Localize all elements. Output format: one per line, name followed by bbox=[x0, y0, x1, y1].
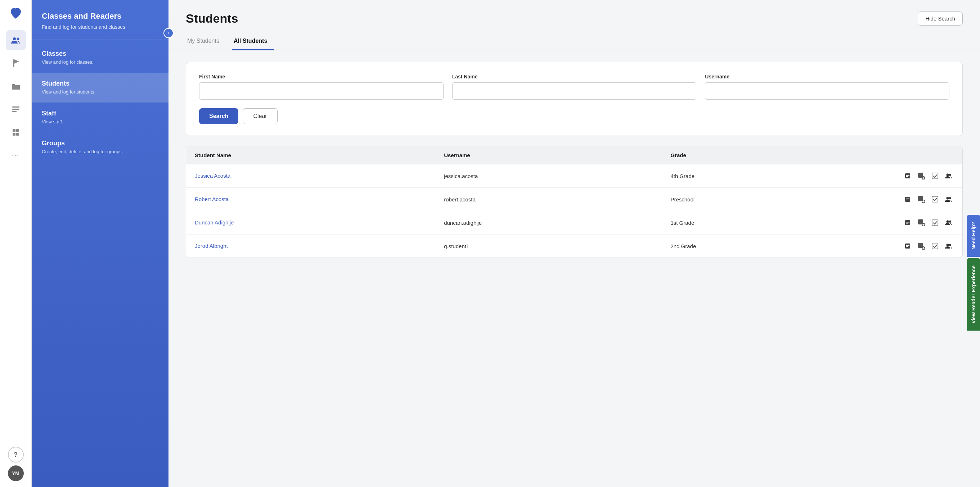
sidebar-title: Classes and Readers bbox=[42, 11, 158, 21]
sidebar-item-students-label: Students bbox=[42, 80, 158, 87]
svg-rect-5 bbox=[12, 111, 17, 112]
first-name-label: First Name bbox=[199, 74, 444, 79]
svg-point-49 bbox=[949, 244, 951, 246]
student-name-jerod: Jerod Albright bbox=[195, 243, 444, 249]
search-button[interactable]: Search bbox=[199, 108, 238, 124]
nav-icon-list[interactable] bbox=[6, 99, 26, 119]
user-avatar[interactable]: YM bbox=[8, 465, 24, 481]
nav-icon-folder[interactable] bbox=[6, 76, 26, 97]
student-link-jerod[interactable]: Jerod Albright bbox=[195, 243, 228, 249]
add-log-icon-jerod[interactable] bbox=[916, 241, 926, 251]
nav-icon-students[interactable] bbox=[6, 30, 26, 50]
log-icon-robert[interactable] bbox=[903, 194, 913, 204]
sidebar-item-classes-desc: View and log for classes. bbox=[42, 59, 158, 65]
student-actions-jerod bbox=[840, 241, 954, 251]
svg-point-18 bbox=[947, 174, 949, 176]
svg-rect-8 bbox=[13, 133, 16, 136]
sidebar-item-groups[interactable]: Groups Create, edit, delete, and log for… bbox=[32, 132, 169, 162]
page-title: Students bbox=[186, 11, 238, 25]
last-name-input[interactable] bbox=[452, 82, 697, 100]
sidebar: Classes and Readers Find and log for stu… bbox=[32, 0, 169, 487]
users-icon-jerod[interactable] bbox=[943, 241, 954, 251]
students-table: Student Name Username Grade Jessica Acos… bbox=[186, 146, 963, 258]
svg-rect-4 bbox=[12, 109, 19, 110]
sidebar-item-staff[interactable]: Staff View staff. bbox=[32, 103, 169, 132]
add-log-icon-duncan[interactable] bbox=[916, 217, 926, 228]
svg-rect-30 bbox=[905, 220, 910, 225]
nav-icon-grid[interactable] bbox=[6, 122, 26, 143]
student-grade-robert: Preschool bbox=[670, 197, 840, 203]
search-actions: Search Clear bbox=[199, 108, 950, 124]
first-name-field: First Name bbox=[199, 74, 444, 100]
student-grade-jessica: 4th Grade bbox=[670, 173, 840, 179]
sidebar-collapse-button[interactable]: ‹ bbox=[164, 28, 173, 38]
nav-icon-more[interactable]: ··· bbox=[6, 145, 26, 165]
sidebar-item-staff-desc: View staff. bbox=[42, 119, 158, 125]
log-icon-duncan[interactable] bbox=[903, 217, 913, 228]
student-grade-duncan: 1st Grade bbox=[670, 220, 840, 226]
add-log-icon-robert[interactable] bbox=[916, 194, 926, 204]
app-logo bbox=[8, 6, 24, 22]
student-link-duncan[interactable]: Duncan Adighije bbox=[195, 219, 234, 225]
last-name-label: Last Name bbox=[452, 74, 697, 79]
add-log-icon-jessica[interactable] bbox=[916, 171, 926, 181]
student-link-jessica[interactable]: Jessica Acosta bbox=[195, 173, 231, 179]
sidebar-item-groups-desc: Create, edit, delete, and log for groups… bbox=[42, 149, 158, 155]
student-actions-robert bbox=[840, 194, 954, 204]
log-icon-jessica[interactable] bbox=[903, 171, 913, 181]
check-icon-duncan[interactable] bbox=[930, 217, 940, 228]
svg-rect-7 bbox=[16, 129, 19, 132]
svg-rect-47 bbox=[932, 243, 938, 249]
col-header-name: Student Name bbox=[195, 152, 444, 158]
first-name-input[interactable] bbox=[199, 82, 444, 100]
svg-rect-2 bbox=[13, 59, 14, 67]
clear-button[interactable]: Clear bbox=[243, 108, 277, 124]
col-header-actions bbox=[840, 152, 954, 158]
table-row: Robert Acosta robert.acosta Preschool bbox=[186, 188, 963, 211]
student-username-robert: robert.acosta bbox=[444, 197, 670, 203]
svg-rect-37 bbox=[932, 220, 938, 225]
table-row: Jessica Acosta jessica.acosta 4th Grade bbox=[186, 164, 963, 188]
svg-rect-17 bbox=[932, 173, 938, 179]
tab-my-students[interactable]: My Students bbox=[186, 34, 226, 50]
check-icon-robert[interactable] bbox=[930, 194, 940, 204]
table-row: Jerod Albright q.student1 2nd Grade bbox=[186, 235, 963, 257]
student-name-jessica: Jessica Acosta bbox=[195, 173, 444, 179]
username-input[interactable] bbox=[705, 82, 950, 100]
student-username-jerod: q.student1 bbox=[444, 243, 670, 249]
sidebar-subtitle: Find and log for students and classes. bbox=[42, 24, 158, 31]
hide-search-button[interactable]: Hide Search bbox=[918, 11, 963, 25]
table-header-row: Student Name Username Grade bbox=[186, 146, 963, 164]
svg-point-48 bbox=[947, 244, 949, 246]
tab-all-students[interactable]: All Students bbox=[232, 34, 274, 50]
check-icon-jerod[interactable] bbox=[930, 241, 940, 251]
student-actions-jessica bbox=[840, 171, 954, 181]
student-username-jessica: jessica.acosta bbox=[444, 173, 670, 179]
sidebar-item-students[interactable]: Students View and log for students. bbox=[32, 73, 169, 103]
search-card: First Name Last Name Username Search Cle… bbox=[186, 62, 963, 136]
nav-icon-flag[interactable] bbox=[6, 53, 26, 73]
sidebar-item-students-desc: View and log for students. bbox=[42, 89, 158, 95]
svg-rect-31 bbox=[906, 222, 910, 223]
help-sidebar: Need Help? View Reader Experience bbox=[967, 215, 980, 331]
svg-rect-41 bbox=[906, 245, 910, 246]
help-icon[interactable]: ? bbox=[8, 447, 24, 463]
svg-rect-22 bbox=[906, 200, 908, 200]
need-help-button[interactable]: Need Help? bbox=[967, 215, 980, 257]
log-icon-jerod[interactable] bbox=[903, 241, 913, 251]
users-icon-robert[interactable] bbox=[943, 194, 954, 204]
check-icon-jessica[interactable] bbox=[930, 171, 940, 181]
svg-point-19 bbox=[949, 174, 951, 176]
users-icon-duncan[interactable] bbox=[943, 217, 954, 228]
main-content: Students Hide Search My Students All Stu… bbox=[169, 0, 980, 487]
student-username-duncan: duncan.adighije bbox=[444, 220, 670, 226]
users-icon-jessica[interactable] bbox=[943, 171, 954, 181]
username-field: Username bbox=[705, 74, 950, 100]
sidebar-nav: Classes View and log for classes. Studen… bbox=[32, 40, 169, 487]
student-name-duncan: Duncan Adighije bbox=[195, 219, 444, 226]
student-actions-duncan bbox=[840, 217, 954, 228]
sidebar-item-classes[interactable]: Classes View and log for classes. bbox=[32, 43, 169, 73]
reader-experience-button[interactable]: View Reader Experience bbox=[967, 258, 980, 331]
student-link-robert[interactable]: Robert Acosta bbox=[195, 196, 229, 202]
icon-bar: ··· ? YM bbox=[0, 0, 32, 487]
